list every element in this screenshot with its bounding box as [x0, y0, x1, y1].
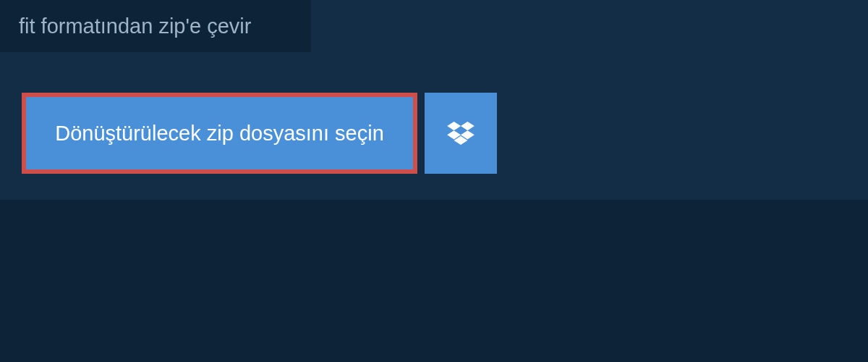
- converter-panel: fit formatından zip'e çevir Dönüştürülec…: [0, 0, 868, 200]
- select-file-button-label: Dönüştürülecek zip dosyasını seçin: [55, 122, 384, 146]
- dropbox-icon: [447, 122, 475, 145]
- dropbox-button[interactable]: [425, 93, 497, 174]
- button-row: Dönüştürülecek zip dosyasını seçin: [22, 93, 497, 174]
- conversion-tab[interactable]: fit formatından zip'e çevir: [0, 0, 311, 52]
- tab-label: fit formatından zip'e çevir: [19, 14, 251, 38]
- select-file-button[interactable]: Dönüştürülecek zip dosyasını seçin: [22, 93, 417, 174]
